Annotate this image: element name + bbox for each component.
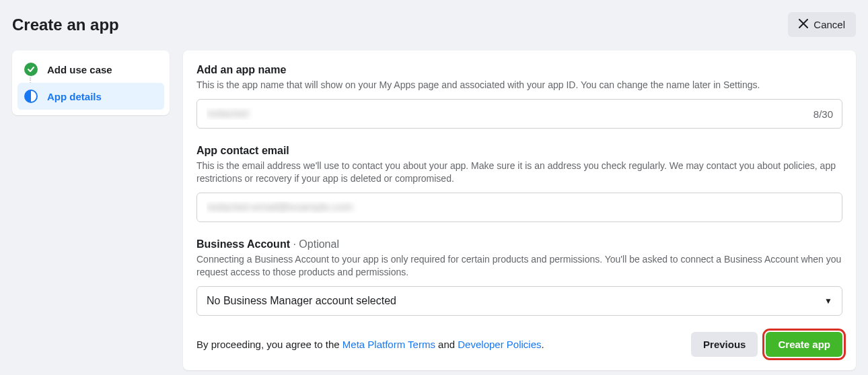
cancel-label: Cancel <box>813 19 845 30</box>
disclaimer-text: By proceeding, you agree to the Meta Pla… <box>196 339 544 350</box>
business-account-select[interactable]: No Business Manager account selected ▼ <box>196 286 842 316</box>
page-title: Create an app <box>12 15 119 34</box>
contact-email-label: App contact email <box>196 145 842 157</box>
main-panel: Add an app name This is the app name tha… <box>183 50 856 370</box>
app-name-label: Add an app name <box>196 64 842 76</box>
business-account-selected: No Business Manager account selected <box>207 295 396 307</box>
meta-terms-link[interactable]: Meta Platform Terms <box>342 339 435 350</box>
contact-email-input[interactable] <box>196 193 842 222</box>
previous-button[interactable]: Previous <box>691 332 758 357</box>
sidebar-item-label: Add use case <box>47 64 112 75</box>
caret-down-icon: ▼ <box>824 296 832 306</box>
cancel-button[interactable]: Cancel <box>788 12 856 37</box>
check-icon <box>24 63 38 76</box>
sidebar-item-app-details[interactable]: App details <box>17 83 164 110</box>
app-name-input[interactable] <box>196 99 842 129</box>
create-app-button[interactable]: Create app <box>766 332 842 357</box>
contact-email-description: This is the email address we'll use to c… <box>196 160 842 186</box>
sidebar: Add use case App details <box>12 50 170 115</box>
sidebar-item-add-use-case[interactable]: Add use case <box>17 56 164 83</box>
developer-policies-link[interactable]: Developer Policies <box>458 339 541 350</box>
business-account-label: Business Account · Optional <box>196 238 842 250</box>
app-name-description: This is the app name that will show on y… <box>196 79 842 92</box>
app-name-counter: 8/30 <box>813 108 833 119</box>
close-icon <box>799 19 808 30</box>
half-circle-icon <box>24 90 38 103</box>
business-account-description: Connecting a Business Account to your ap… <box>196 253 842 279</box>
sidebar-item-label: App details <box>47 91 102 102</box>
